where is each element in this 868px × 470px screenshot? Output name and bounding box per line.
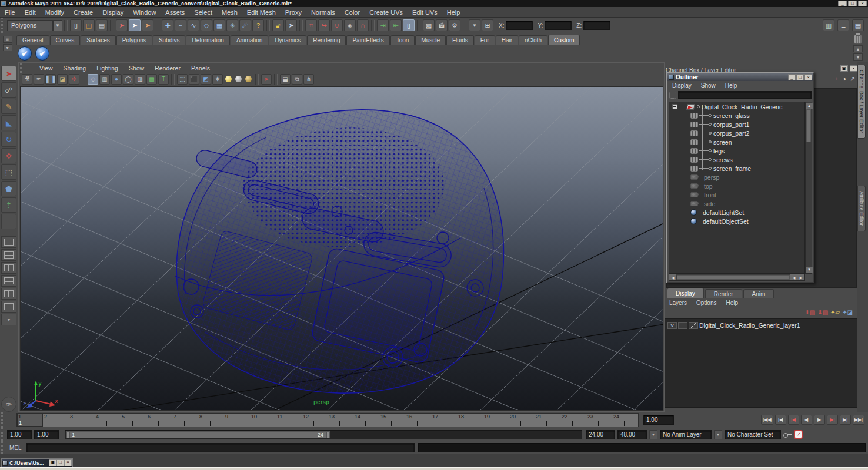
panel-menu-lighting[interactable]: Lighting bbox=[91, 65, 123, 72]
mask-curves-icon[interactable]: ∿ bbox=[188, 19, 199, 31]
universal-manipulator-tool[interactable]: ⬚ bbox=[1, 164, 16, 180]
all-lights-icon[interactable] bbox=[245, 76, 252, 82]
timeline-frame[interactable]: 16 bbox=[405, 414, 431, 427]
outliner-item-camera[interactable]: top bbox=[669, 182, 804, 190]
outliner-item[interactable]: screen_glass bbox=[669, 111, 804, 120]
shared-view-icon[interactable]: ⋔ bbox=[303, 74, 314, 85]
menu-set-dropdown-icon[interactable]: ▼ bbox=[53, 20, 62, 31]
shelf-tab-general[interactable]: General bbox=[16, 35, 49, 45]
scroll-left-icon[interactable]: ◀ bbox=[669, 274, 676, 280]
default-light-icon[interactable] bbox=[225, 76, 232, 82]
animation-preferences-icon[interactable] bbox=[794, 430, 803, 439]
tab-channel-box-layer-editor[interactable]: Channel Box / Layer Editor bbox=[857, 65, 866, 139]
manipulator-icon[interactable]: + bbox=[835, 75, 839, 83]
layout-more-dropdown[interactable]: ▼ bbox=[1, 314, 16, 325]
outliner-item[interactable]: screen_frame bbox=[669, 164, 804, 173]
playback-end-field[interactable] bbox=[586, 430, 615, 439]
snap-point-icon[interactable]: ∪ bbox=[331, 19, 343, 31]
menu-proxy[interactable]: Proxy bbox=[281, 9, 306, 16]
menu-modify[interactable]: Modify bbox=[41, 9, 69, 16]
viewport-canvas[interactable]: y x z persp bbox=[20, 86, 663, 411]
mask-rendering-icon[interactable]: ☄ bbox=[239, 19, 251, 31]
field-chart-icon[interactable]: ⬓ bbox=[280, 74, 291, 85]
layer-tab-anim[interactable]: Anim bbox=[743, 289, 774, 298]
shelf-tab-surfaces[interactable]: Surfaces bbox=[81, 35, 115, 45]
shelf-menu-icon[interactable]: ▼ bbox=[3, 44, 12, 51]
command-line-drag-handle[interactable] bbox=[1, 441, 5, 454]
play-forwards-button[interactable]: ▶ bbox=[814, 415, 825, 425]
menu-edit-mesh[interactable]: Edit Mesh bbox=[242, 9, 281, 16]
timeline-frame[interactable]: 20 bbox=[509, 414, 535, 427]
outliner-horizontal-scrollbar[interactable]: ◀ ◀ ▶ bbox=[669, 274, 805, 281]
scale-tool[interactable]: ✥ bbox=[1, 148, 16, 163]
layout-four-pane-button[interactable] bbox=[1, 249, 16, 261]
lock-selection-icon[interactable]: 🔓︎ bbox=[272, 19, 284, 31]
outliner-close-icon[interactable]: × bbox=[804, 74, 812, 80]
x-input[interactable] bbox=[506, 21, 533, 30]
step-back-key-button[interactable]: |◀ bbox=[788, 415, 799, 425]
xray-joints-icon[interactable]: ◩ bbox=[201, 74, 211, 85]
mel-command-input[interactable] bbox=[26, 443, 415, 452]
shelf-tab-curves[interactable]: Curves bbox=[50, 35, 81, 45]
wireframe-on-shaded-icon[interactable]: ⬚ bbox=[177, 74, 188, 85]
outliner-item-camera[interactable]: side bbox=[669, 199, 804, 208]
timeline-frame[interactable]: 17 bbox=[431, 414, 457, 427]
smooth-shade-icon[interactable]: ▥ bbox=[99, 74, 110, 85]
layout-persp-uv-button[interactable] bbox=[1, 301, 16, 313]
timeline-frame[interactable]: 5 bbox=[121, 414, 146, 427]
outliner-item-set[interactable]: defaultLightSet bbox=[669, 208, 804, 217]
panel-drag-handle[interactable] bbox=[20, 63, 32, 73]
timeline-frame[interactable]: 19 bbox=[483, 414, 509, 427]
flat-shade-icon[interactable]: ◯ bbox=[123, 74, 133, 85]
mask-deformations-icon[interactable]: ▦ bbox=[213, 19, 225, 31]
menu-mesh[interactable]: Mesh bbox=[217, 9, 242, 16]
time-slider-drag-handle[interactable] bbox=[1, 412, 5, 428]
menu-create[interactable]: Create bbox=[69, 9, 98, 16]
outliner-item[interactable]: corpus_part1 bbox=[669, 120, 804, 129]
scroll-up-icon[interactable]: ▲ bbox=[853, 45, 863, 52]
range-start-handle[interactable] bbox=[66, 431, 70, 438]
layer-row[interactable]: V Digital_Clock_Radio_Generic_layer1 bbox=[665, 321, 857, 330]
mask-surfaces-icon[interactable]: ◇ bbox=[201, 19, 212, 31]
timeline-frame[interactable]: 22 bbox=[560, 414, 586, 427]
outliner-maximize-icon[interactable]: □ bbox=[796, 74, 804, 80]
timeline-frame[interactable]: 3 bbox=[69, 414, 95, 427]
go-to-end-button[interactable]: ▶▶| bbox=[853, 415, 864, 425]
move-layer-up-icon[interactable]: ⬆▤ bbox=[804, 309, 815, 315]
camera-select-icon[interactable]: 🎥︎ bbox=[22, 74, 32, 85]
scroll-down-icon[interactable]: ▼ bbox=[853, 53, 863, 61]
timeline-frame[interactable]: 2 bbox=[43, 414, 69, 427]
move-tool[interactable]: ◣ bbox=[1, 115, 16, 130]
toggle-tool-settings-icon[interactable]: ≣ bbox=[837, 19, 849, 31]
timeline-frame[interactable]: 15 bbox=[379, 414, 405, 427]
timeline-frame[interactable]: 23 bbox=[586, 414, 612, 427]
animation-start-field[interactable] bbox=[7, 430, 32, 439]
timeline-frame[interactable]: 7 bbox=[172, 414, 198, 427]
outliner-search-input[interactable] bbox=[678, 91, 812, 99]
snap-viewplane-icon[interactable]: ◈ bbox=[344, 19, 356, 31]
playback-range-bar[interactable]: 1 24 bbox=[66, 431, 329, 438]
shelf-tab-painteffects[interactable]: PaintEffects bbox=[346, 35, 389, 45]
mask-dynamics-icon[interactable]: ✳ bbox=[226, 19, 238, 31]
shelf-tab-subdivs[interactable]: Subdivs bbox=[153, 35, 186, 45]
highlight-selection-icon[interactable]: ➤ bbox=[285, 19, 297, 31]
quick-rig-dropdown-icon[interactable]: ▼ bbox=[469, 19, 480, 31]
select-object-icon[interactable]: ➤ bbox=[129, 19, 141, 31]
range-track[interactable]: 1 24 bbox=[65, 430, 582, 439]
playback-start-field[interactable] bbox=[34, 430, 59, 439]
z-input[interactable] bbox=[583, 21, 610, 30]
layer-menu-options[interactable]: Options bbox=[692, 300, 721, 306]
step-forward-frame-button[interactable]: ▶| bbox=[840, 415, 851, 425]
current-time-field[interactable] bbox=[643, 415, 674, 425]
scroll-left-icon[interactable]: ◀ bbox=[790, 274, 797, 280]
show-manipulator-tool[interactable]: ⇡ bbox=[1, 197, 16, 213]
soft-modification-tool[interactable]: ⬟ bbox=[1, 181, 16, 196]
render-settings-icon[interactable]: ⚙︎ bbox=[449, 19, 460, 31]
layer-display-type-toggle[interactable] bbox=[689, 322, 698, 329]
menu-edit[interactable]: Edit bbox=[20, 9, 41, 16]
resolution-gate-icon[interactable]: ⧉ bbox=[292, 74, 302, 85]
timeline-frame[interactable]: 11 bbox=[276, 414, 302, 427]
shelf-tab-polygons[interactable]: Polygons bbox=[116, 35, 152, 45]
statusline-drag-handle[interactable] bbox=[1, 18, 5, 33]
timeline-frame[interactable]: 6 bbox=[146, 414, 172, 427]
